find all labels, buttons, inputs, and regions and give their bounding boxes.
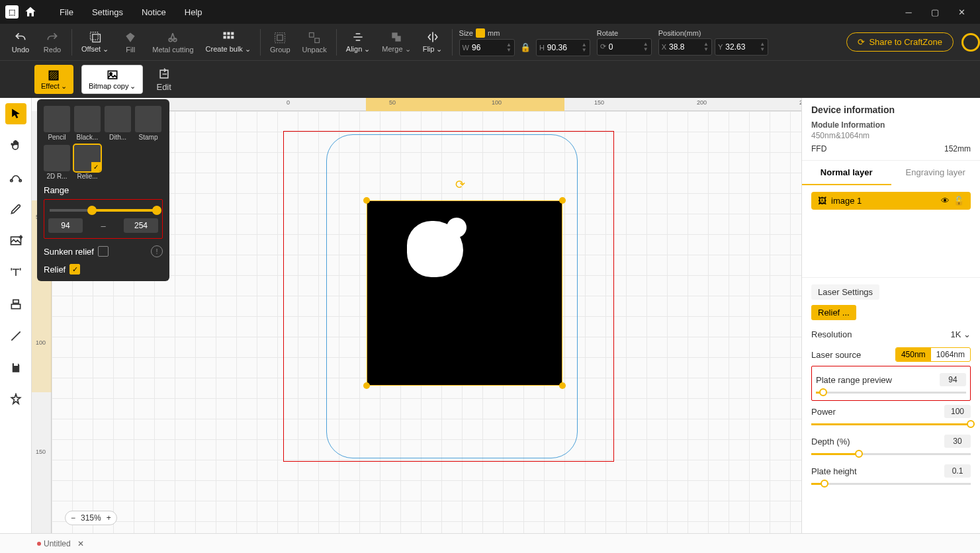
- curve-tool[interactable]: [5, 167, 26, 188]
- y-input[interactable]: Y▲▼: [715, 38, 768, 56]
- merge-button[interactable]: Merge ⌄: [377, 28, 416, 56]
- bitmap-copy-button[interactable]: Bitmap copy ⌄: [81, 65, 144, 94]
- document-tab[interactable]: Untitled ✕: [37, 539, 84, 548]
- window-minimize[interactable]: ─: [895, 2, 922, 22]
- home-icon[interactable]: [24, 5, 37, 19]
- resize-handle-tr[interactable]: [559, 197, 566, 204]
- range-input-lo[interactable]: [48, 218, 83, 233]
- layer-item[interactable]: 🖼 image 1 👁 🔓: [811, 192, 971, 210]
- sunken-relief-checkbox[interactable]: [98, 246, 109, 257]
- effect-button[interactable]: Effect ⌄: [34, 65, 73, 94]
- zoom-in-icon[interactable]: +: [107, 513, 111, 523]
- svg-rect-25: [11, 304, 20, 309]
- width-input[interactable]: W▲▼: [459, 39, 515, 56]
- relief-label: Relief: [44, 265, 66, 275]
- menu-settings[interactable]: Settings: [83, 7, 132, 17]
- redo-icon: [46, 31, 59, 44]
- group-button[interactable]: Group: [265, 28, 296, 56]
- plate-height-label: Plate height: [811, 466, 857, 476]
- ffd-label: FFD: [811, 144, 826, 153]
- lock-layer-icon[interactable]: 🔓: [954, 196, 964, 206]
- menu-help[interactable]: Help: [175, 7, 212, 17]
- svg-rect-9: [231, 36, 234, 38]
- bitmap-object[interactable]: [367, 200, 562, 386]
- undo-button[interactable]: Undo: [5, 28, 36, 56]
- resize-handle-bl[interactable]: [363, 382, 370, 389]
- rotate-input[interactable]: ⟳▲▼: [597, 38, 652, 56]
- resolution-select[interactable]: 1K ⌄: [950, 329, 971, 339]
- share-button[interactable]: ⟳ Share to CraftZone: [846, 32, 954, 52]
- save-tool[interactable]: [5, 357, 26, 378]
- x-input[interactable]: X▲▼: [658, 38, 712, 56]
- svg-rect-4: [223, 32, 226, 35]
- createbulk-icon: [222, 30, 235, 44]
- range-slider[interactable]: [50, 209, 157, 212]
- effect-thumb-2d[interactable]: [44, 145, 70, 171]
- relief-checkbox[interactable]: ✓: [69, 264, 80, 275]
- align-button[interactable]: Align ⌄: [341, 28, 376, 56]
- tab-normal-layer[interactable]: Normal layer: [802, 161, 891, 185]
- close-tab-icon[interactable]: ✕: [77, 539, 84, 548]
- flip-icon: [426, 30, 439, 44]
- edit-icon: [157, 67, 171, 81]
- resize-handle-br[interactable]: [559, 382, 566, 389]
- redo-button[interactable]: Redo: [37, 28, 67, 56]
- laser-settings-chip[interactable]: Laser Settings: [811, 284, 879, 300]
- visibility-icon[interactable]: 👁: [941, 196, 950, 206]
- svg-rect-8: [227, 36, 230, 38]
- edit-button[interactable]: Edit: [151, 65, 176, 95]
- effect-thumb-pencil[interactable]: [44, 106, 70, 132]
- range-thumb-lo[interactable]: [87, 206, 97, 215]
- depth-slider[interactable]: [811, 453, 971, 455]
- share-icon: ⟳: [858, 37, 865, 47]
- laser-source-label: Laser source: [811, 350, 861, 360]
- line-tool[interactable]: [5, 325, 26, 347]
- menu-file[interactable]: File: [50, 7, 83, 17]
- zoom-out-icon[interactable]: −: [71, 513, 75, 523]
- fill-button[interactable]: Fill: [115, 28, 146, 56]
- hand-tool[interactable]: [5, 135, 26, 156]
- createbulk-button[interactable]: Create bulk ⌄: [200, 28, 256, 56]
- layer-name: image 1: [831, 196, 862, 206]
- plate-height-value: 0.1: [944, 464, 971, 478]
- star-tool[interactable]: [5, 389, 26, 410]
- range-thumb-hi[interactable]: [152, 206, 161, 215]
- sunken-relief-label: Sunken relief: [44, 247, 94, 257]
- image-tool[interactable]: +: [5, 230, 26, 251]
- lock-icon[interactable]: 🔒: [517, 42, 533, 52]
- svg-rect-7: [223, 36, 226, 38]
- fill-icon: [124, 31, 137, 44]
- menu-notice[interactable]: Notice: [132, 7, 175, 17]
- effect-thumb-black[interactable]: [74, 106, 101, 132]
- tab-engraving-layer[interactable]: Engraving layer: [891, 161, 981, 185]
- svg-rect-11: [277, 34, 283, 40]
- height-input[interactable]: H▲▼: [536, 39, 590, 56]
- effect-thumb-relief[interactable]: [74, 145, 101, 171]
- resize-handle-tl[interactable]: [363, 197, 370, 204]
- select-tool[interactable]: [5, 103, 26, 124]
- window-maximize[interactable]: ▢: [922, 2, 948, 22]
- flip-button[interactable]: Flip ⌄: [418, 28, 448, 56]
- offset-button[interactable]: Offset ⌄: [76, 28, 114, 56]
- resolution-label: Resolution: [811, 329, 852, 339]
- metalcut-button[interactable]: Metal cutting: [147, 28, 199, 56]
- relief-chip[interactable]: Relief ...: [811, 305, 856, 320]
- rotate-handle-icon[interactable]: ⟳: [455, 177, 465, 192]
- plate-height-slider[interactable]: [811, 483, 971, 485]
- power-slider[interactable]: [811, 423, 971, 425]
- laser-source-toggle[interactable]: 450nm 1064nm: [895, 347, 971, 362]
- depth-label: Depth (%): [811, 437, 850, 447]
- window-close[interactable]: ✕: [948, 2, 975, 22]
- pen-tool[interactable]: [5, 198, 26, 220]
- svg-rect-15: [395, 36, 400, 41]
- warning-icon[interactable]: !: [151, 245, 163, 257]
- plate-preview-slider[interactable]: [816, 392, 966, 394]
- range-input-hi[interactable]: [124, 218, 158, 233]
- effect-thumb-stamp[interactable]: [135, 106, 161, 132]
- zoom-control[interactable]: − 315% +: [65, 511, 117, 525]
- power-label: Power: [811, 407, 836, 417]
- text-tool[interactable]: [5, 262, 26, 283]
- effect-thumb-dither[interactable]: [105, 106, 131, 132]
- unpack-button[interactable]: Unpack: [297, 28, 332, 56]
- shape-tool[interactable]: [5, 294, 26, 315]
